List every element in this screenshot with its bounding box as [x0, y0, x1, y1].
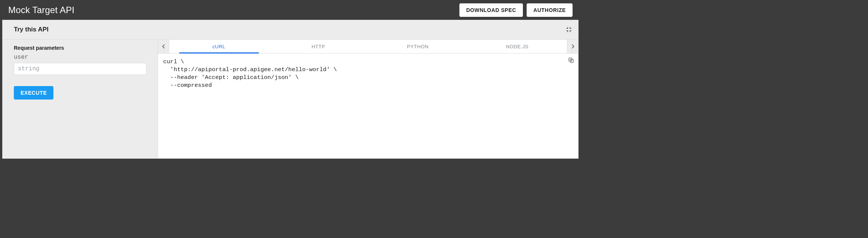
panel-header: Try this API	[3, 20, 578, 40]
topbar: Mock Target API DOWNLOAD SPEC AUTHORIZE	[0, 0, 579, 20]
code-tabs: cURL HTTP PYTHON NODE.JS	[169, 40, 567, 53]
tab-scroll-right-button[interactable]	[567, 40, 578, 53]
tab-python[interactable]: PYTHON	[368, 40, 468, 53]
execute-button[interactable]: EXECUTE	[14, 86, 53, 100]
tab-curl[interactable]: cURL	[169, 40, 269, 53]
tab-http[interactable]: HTTP	[269, 40, 368, 53]
code-sample-pane: cURL HTTP PYTHON NODE.JS curl \ 'http://…	[158, 40, 578, 158]
collapse-icon[interactable]	[565, 26, 572, 33]
try-api-panel: Try this API Request parameters user EXE…	[2, 20, 579, 159]
param-input-user[interactable]	[14, 63, 146, 75]
authorize-button[interactable]: AUTHORIZE	[527, 3, 573, 17]
code-tab-strip: cURL HTTP PYTHON NODE.JS	[158, 40, 578, 54]
request-parameters-label: Request parameters	[14, 45, 146, 51]
code-sample: curl \ 'http://apiportal-prod.apigee.net…	[158, 54, 578, 158]
panel-body: Request parameters user EXECUTE cURL HTT…	[3, 40, 578, 158]
tab-scroll-left-button[interactable]	[158, 40, 169, 53]
tab-nodejs[interactable]: NODE.JS	[468, 40, 567, 53]
panel-title: Try this API	[14, 26, 49, 33]
param-name: user	[14, 54, 146, 61]
copy-icon[interactable]	[568, 57, 574, 64]
download-spec-button[interactable]: DOWNLOAD SPEC	[459, 3, 523, 17]
page-title: Mock Target API	[8, 5, 74, 15]
request-pane: Request parameters user EXECUTE	[3, 40, 158, 158]
